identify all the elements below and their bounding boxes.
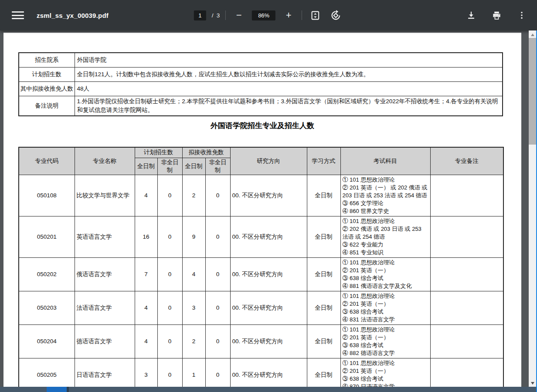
- exam-subjects: ① 101 思想政治理论 ② 201 英语（一） ③ 638 综合考试 ④ 88…: [340, 257, 430, 291]
- major-code: 050204: [19, 324, 75, 358]
- research-direction: 00. 不区分研究方向: [230, 358, 307, 387]
- exam-subjects: ① 101 思想政治理论 ② 201 英语（一） ③ 638 综合考试 ④ 88…: [340, 324, 430, 358]
- table-row: 计划招生数 全日制121人。计划数中包含拟接收推免人数，应试生招生人数以招生计划…: [19, 67, 503, 81]
- info-value: 1.外国语学院仅招收全日制硕士研究生；2.本学院不提供往年试题和参考书目；3.外…: [75, 96, 503, 116]
- download-icon: [466, 10, 476, 20]
- study-mode: 全日制: [307, 216, 340, 257]
- major-name: 俄语语言文学: [75, 257, 135, 291]
- table-row: 050205 日语语言文学 3 0 1 0 00. 不区分研究方向 全日制 ① …: [19, 358, 503, 387]
- research-direction: 00. 不区分研究方向: [230, 175, 307, 216]
- col-subheader-fulltime: 全日制: [135, 158, 157, 175]
- pdf-toolbar: zsml_ss_yx_00039.pdf 1 / 3 − 86% +: [0, 0, 537, 30]
- exempt-parttime: 0: [205, 175, 230, 216]
- col-header-direction: 研究方向: [230, 147, 307, 175]
- horizontal-scrollbar[interactable]: [0, 387, 536, 392]
- study-mode: 全日制: [307, 257, 340, 291]
- scroll-up-arrow-icon[interactable]: [529, 31, 536, 38]
- info-label: 招生院系: [19, 53, 75, 67]
- planned-parttime: 0: [157, 358, 182, 387]
- vertical-scrollbar[interactable]: [529, 30, 536, 387]
- more-vertical-icon: [517, 10, 526, 20]
- planned-parttime: 0: [157, 257, 182, 291]
- major-remark: [430, 291, 503, 324]
- major-name: 法语语言文学: [75, 291, 135, 324]
- planned-fulltime: 4: [135, 324, 157, 358]
- major-name: 英语语言文学: [75, 216, 135, 257]
- col-header-mode: 学习方式: [307, 147, 340, 175]
- exam-subjects: ① 101 思想政治理论 ② 201 英语（一） 或 202 俄语 或 203 …: [340, 175, 430, 216]
- major-name: 日语语言文学: [75, 358, 135, 387]
- exempt-parttime: 0: [205, 216, 230, 257]
- major-remark: [430, 358, 503, 387]
- horizontal-scrollbar-thumb[interactable]: [47, 387, 67, 392]
- col-header-exempt: 拟接收推免数: [182, 147, 230, 158]
- print-button[interactable]: [489, 8, 504, 23]
- research-direction: 00. 不区分研究方向: [230, 291, 307, 324]
- zoom-in-button[interactable]: +: [281, 8, 296, 23]
- exam-subjects: ① 101 思想政治理论 ② 201 英语（一） ③ 638 综合考试 ④ 83…: [340, 291, 430, 324]
- table-row: 050204 德语语言文学 4 0 2 0 00. 不区分研究方向 全日制 ① …: [19, 324, 503, 358]
- exam-subjects: ① 101 思想政治理论 ② 202 俄语 或 203 日语 或 253 法语 …: [340, 216, 430, 257]
- planned-fulltime: 7: [135, 257, 157, 291]
- planned-fulltime: 3: [135, 358, 157, 387]
- table-row: 050108 比较文学与世界文学 4 0 2 0 00. 不区分研究方向 全日制…: [19, 175, 503, 216]
- table-header-row: 专业代码 专业名称 计划招生数 拟接收推免数 研究方向 学习方式 考试科目 专业…: [19, 147, 503, 158]
- zoom-out-button[interactable]: −: [231, 8, 246, 23]
- rotate-button[interactable]: [328, 8, 343, 23]
- planned-parttime: 0: [157, 175, 182, 216]
- major-code: 050205: [19, 358, 75, 387]
- fit-page-icon: [310, 10, 321, 21]
- info-value: 外国语学院: [75, 53, 503, 67]
- col-header-subjects: 考试科目: [340, 147, 430, 175]
- pdf-viewer: { "toolbar": { "filename": "zsml_ss_yx_0…: [0, 0, 537, 392]
- planned-fulltime: 4: [135, 291, 157, 324]
- info-label: 其中拟接收推免人数: [19, 81, 75, 96]
- study-mode: 全日制: [307, 291, 340, 324]
- major-remark: [430, 175, 503, 216]
- planned-fulltime: 4: [135, 175, 157, 216]
- major-remark: [430, 324, 503, 358]
- info-label: 备注说明: [19, 96, 75, 116]
- menu-icon[interactable]: [12, 11, 24, 19]
- table-row: 其中拟接收推免人数 48人: [19, 81, 503, 96]
- fit-to-page-button[interactable]: [308, 8, 323, 23]
- planned-parttime: 0: [157, 291, 182, 324]
- zoom-level-input[interactable]: 86%: [252, 10, 275, 20]
- exempt-fulltime: 9: [182, 216, 205, 257]
- page-count: / 3: [212, 12, 220, 19]
- download-button[interactable]: [464, 8, 479, 23]
- exempt-fulltime: 4: [182, 257, 205, 291]
- study-mode: 全日制: [307, 358, 340, 387]
- study-mode: 全日制: [307, 175, 340, 216]
- admission-info-table: 招生院系 外国语学院 计划招生数 全日制121人。计划数中包含拟接收推免人数，应…: [18, 52, 503, 116]
- more-options-button[interactable]: [514, 8, 529, 23]
- major-code: 050108: [19, 175, 75, 216]
- table-row: 备注说明 1.外国语学院仅招收全日制硕士研究生；2.本学院不提供往年试题和参考书…: [19, 96, 503, 116]
- major-name: 德语语言文学: [75, 324, 135, 358]
- major-name: 比较文学与世界文学: [75, 175, 135, 216]
- page-divider: /: [212, 12, 214, 19]
- table-row: 050202 俄语语言文学 7 0 4 0 00. 不区分研究方向 全日制 ① …: [19, 257, 503, 291]
- research-direction: 00. 不区分研究方向: [230, 216, 307, 257]
- major-code: 050201: [19, 216, 75, 257]
- scrollbar-divider: [67, 387, 69, 392]
- page-number-input[interactable]: 1: [194, 10, 206, 20]
- col-header-code: 专业代码: [19, 147, 75, 175]
- exam-subjects: ① 101 思想政治理论 ② 201 英语（一） ③ 638 综合考试 ④ 87…: [340, 358, 430, 387]
- pdf-page: 招生院系 外国语学院 计划招生数 全日制121人。计划数中包含拟接收推免人数，应…: [3, 33, 521, 387]
- col-header-planned: 计划招生数: [135, 147, 182, 158]
- major-code: 050203: [19, 291, 75, 324]
- exempt-fulltime: 1: [182, 358, 205, 387]
- vertical-scrollbar-thumb[interactable]: [529, 38, 536, 145]
- major-code: 050202: [19, 257, 75, 291]
- study-mode: 全日制: [307, 324, 340, 358]
- col-subheader-fulltime: 全日制: [182, 158, 205, 175]
- exempt-parttime: 0: [205, 358, 230, 387]
- print-icon: [492, 10, 502, 20]
- planned-parttime: 0: [157, 324, 182, 358]
- rotate-counterclockwise-icon: [330, 10, 342, 21]
- table-row: 招生院系 外国语学院: [19, 53, 503, 67]
- major-remark: [430, 257, 503, 291]
- scroll-down-arrow-icon[interactable]: [529, 380, 536, 386]
- toolbar-divider: [225, 10, 226, 20]
